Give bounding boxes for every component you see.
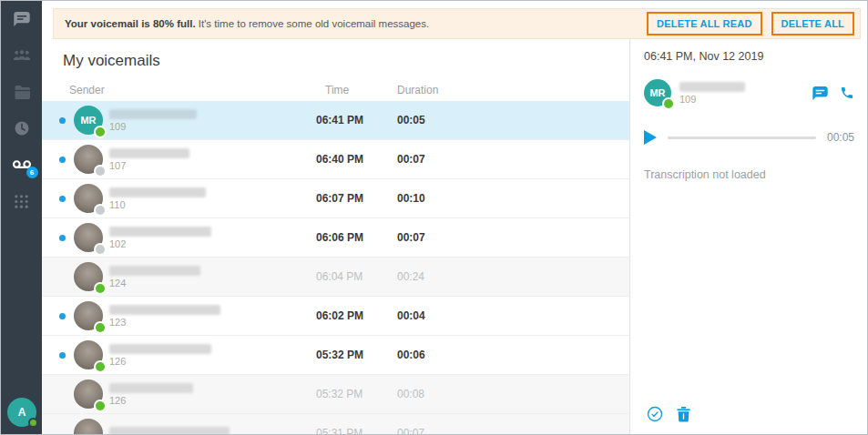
delete-all-button[interactable]: DELETE ALL	[771, 12, 854, 35]
apps-grid-icon	[14, 194, 29, 209]
sender-extension: 124	[109, 278, 200, 288]
mark-as-read-button[interactable]	[647, 406, 663, 422]
sidebar-item-folder[interactable]	[11, 82, 33, 102]
sender-avatar	[74, 145, 103, 174]
voicemail-row[interactable]: MR 109 06:41 PM 00:05	[42, 101, 629, 140]
sender-avatar	[74, 184, 103, 213]
redacted-sender-name	[109, 383, 193, 393]
contact-avatar: MR	[644, 79, 671, 106]
contact-presence-dot	[664, 99, 673, 108]
time-cell: 06:04 PM	[316, 270, 363, 283]
unread-dot-icon	[59, 117, 66, 124]
sender-extension: 109	[109, 122, 197, 132]
audio-player: 00:05	[644, 130, 854, 145]
sender-presence-dot	[96, 206, 105, 215]
sender-avatar	[74, 223, 103, 252]
delete-voicemail-button[interactable]	[677, 407, 690, 422]
sender-avatar	[74, 379, 103, 409]
duration-cell: 00:08	[397, 388, 424, 400]
sender-extension: 102	[109, 239, 211, 249]
voicemail-count-badge: 6	[26, 167, 38, 178]
voicemail-app-window: 6 A Your voicemail is 80% full. It's tim…	[0, 0, 868, 435]
voicemail-row[interactable]: 126 05:32 PM 00:06	[42, 336, 629, 375]
sender-avatar	[74, 419, 103, 435]
sender-presence-dot	[96, 401, 105, 410]
user-avatar-initial: A	[18, 406, 26, 419]
contact-line: MR 109	[644, 79, 854, 106]
redacted-contact-name	[679, 82, 745, 92]
voicemail-row[interactable]: 102 06:06 PM 00:07	[42, 218, 629, 258]
delete-all-read-button[interactable]: DELETE ALL READ	[647, 12, 761, 35]
time-cell: 05:32 PM	[316, 349, 363, 361]
player-progress-bar[interactable]	[668, 137, 816, 139]
duration-cell: 00:24	[397, 270, 424, 283]
voicemail-row[interactable]: 110 06:07 PM 00:10	[42, 179, 629, 218]
sender-avatar	[74, 262, 103, 291]
sender-presence-dot	[96, 284, 105, 293]
storage-warning-text: Your voicemail is 80% full. It's time to…	[65, 18, 638, 29]
sender-extension: 123	[109, 318, 220, 328]
time-cell: 05:31 PM	[316, 427, 363, 435]
column-header-sender: Sender	[69, 84, 105, 96]
redacted-sender-name	[109, 266, 200, 276]
voicemail-row[interactable]: 05:31 PM 00:07	[42, 414, 629, 435]
redacted-sender-name	[109, 305, 220, 315]
folder-icon	[14, 86, 30, 99]
contact-extension: 109	[679, 95, 812, 105]
unread-dot-icon	[59, 313, 66, 319]
play-button[interactable]	[644, 130, 657, 145]
time-cell: 06:41 PM	[316, 114, 363, 126]
voicemail-row[interactable]: 126 05:32 PM 00:08	[42, 375, 629, 414]
time-cell: 06:06 PM	[316, 231, 363, 244]
redacted-sender-name	[109, 344, 211, 354]
chat-action-button[interactable]	[812, 86, 828, 100]
clock-icon	[14, 120, 30, 137]
transcription-status: Transcription not loaded	[644, 168, 854, 181]
duration-cell: 00:10	[397, 192, 425, 205]
sidebar-item-users[interactable]	[11, 46, 33, 66]
storage-warning-bold: Your voicemail is 80% full.	[65, 18, 196, 29]
sidebar-item-voicemail[interactable]: 6	[11, 155, 33, 175]
voicemail-list-pane: My voicemails Sender Time Duration MR 10…	[42, 39, 629, 434]
user-avatar[interactable]: A	[7, 398, 36, 427]
sender-presence-dot	[96, 362, 105, 371]
voicemail-rows: MR 109 06:41 PM 00:05 107 06:40 PM 00:07	[42, 101, 629, 435]
duration-cell: 00:06	[397, 349, 425, 361]
time-cell: 06:02 PM	[316, 309, 363, 322]
storage-warning-rest: It's time to remove some old voicemail m…	[196, 18, 430, 29]
sender-avatar	[74, 340, 103, 369]
sender-presence-dot	[96, 245, 105, 254]
sender-avatar	[74, 301, 103, 330]
redacted-sender-name	[109, 187, 206, 197]
sender-extension: 107	[109, 161, 189, 171]
users-icon	[13, 49, 31, 62]
column-header-time: Time	[325, 84, 349, 96]
sender-extension: 126	[109, 396, 193, 406]
redacted-sender-name	[109, 109, 197, 119]
chat-icon	[14, 12, 30, 26]
sidebar-item-history[interactable]	[11, 118, 33, 138]
voicemail-row[interactable]: 107 06:40 PM 00:07	[42, 140, 629, 179]
contact-initials: MR	[649, 87, 665, 98]
voicemail-row[interactable]: 123 06:02 PM 00:04	[42, 297, 629, 336]
duration-cell: 00:07	[397, 427, 424, 435]
redacted-sender-name	[109, 227, 211, 237]
list-header: Sender Time Duration	[42, 71, 629, 101]
duration-cell: 00:07	[397, 153, 425, 166]
sender-extension: 126	[109, 357, 211, 367]
duration-cell: 00:04	[397, 309, 425, 322]
sidebar-item-apps[interactable]	[11, 191, 33, 211]
detail-footer	[647, 406, 690, 422]
call-action-button[interactable]	[840, 86, 854, 100]
duration-cell: 00:05	[397, 114, 425, 126]
duration-cell: 00:07	[397, 231, 425, 244]
time-cell: 05:32 PM	[316, 388, 363, 400]
voicemail-row[interactable]: 124 06:04 PM 00:24	[42, 258, 629, 297]
sidebar-item-chat[interactable]	[11, 9, 33, 29]
storage-warning-banner: Your voicemail is 80% full. It's time to…	[53, 8, 861, 39]
sender-presence-dot	[96, 127, 105, 137]
sender-presence-dot	[96, 323, 105, 332]
user-presence-dot	[28, 418, 38, 428]
main-area: Your voicemail is 80% full. It's time to…	[42, 1, 867, 434]
player-duration: 00:05	[827, 131, 854, 144]
